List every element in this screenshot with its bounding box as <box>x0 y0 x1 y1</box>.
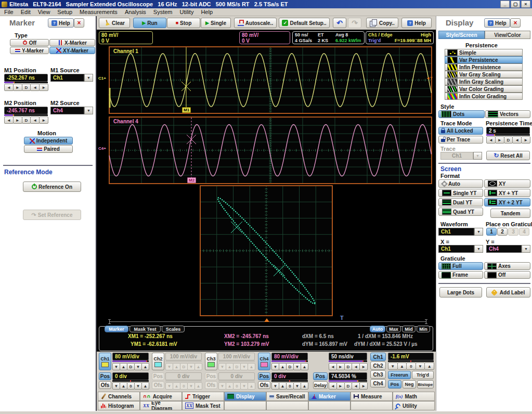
spinner-button[interactable]: ▼ <box>134 363 142 370</box>
ch3-scale-spinner[interactable]: ▼▲D▼▲ <box>218 363 255 370</box>
spinner-button[interactable]: 0 <box>180 382 188 390</box>
format-single-yt-button[interactable]: Single YT <box>438 189 483 197</box>
trigger-freerun-button[interactable]: Freerun <box>388 371 411 379</box>
timeline-position-triangle[interactable] <box>264 318 269 322</box>
tandem-button[interactable]: Tandem <box>490 209 530 218</box>
channel1-graticule[interactable] <box>109 46 432 114</box>
trigger-slope-bislope-button[interactable]: Bislope <box>417 380 434 389</box>
autoscale-button[interactable]: Autoscale.. <box>234 18 277 28</box>
m2-marker-flag[interactable]: M2 <box>187 177 196 183</box>
format-xy-2yt-button[interactable]: XY + 2 YT <box>484 198 530 206</box>
spinner-button[interactable]: ▲ <box>226 363 233 370</box>
spinner-button[interactable]: ▲ <box>248 363 255 370</box>
waveform-dropdown[interactable]: Ch1▼ <box>438 228 483 236</box>
trigger-source-ch1-button[interactable]: Ch1 <box>370 353 386 361</box>
spinner-button[interactable]: ▲ <box>173 363 180 370</box>
ch2-scale-spinner[interactable]: ▼▲D▼▲ <box>165 363 202 370</box>
persistence-infin-color[interactable]: Infin Color Grading <box>445 93 523 100</box>
xy-marker-button[interactable]: XY-Marker <box>49 47 95 54</box>
readout-tab-mask-test[interactable]: Mask Test <box>129 326 161 332</box>
maximize-button[interactable]: ▢ <box>511 1 520 8</box>
ch4-pos-spinner[interactable]: ▼▲0▼▲ <box>271 382 308 390</box>
ch2-ofs-button[interactable]: Ofs <box>152 381 164 389</box>
ch1-scale-display[interactable]: 80 mV/div <box>112 353 149 360</box>
spinner-button[interactable]: ▲ <box>424 363 434 370</box>
c1-ground-tag[interactable]: C1+ <box>98 76 106 81</box>
nav-marker[interactable]: Marker <box>308 392 351 401</box>
trigger-source-ch4-button[interactable]: Ch4 <box>370 379 386 387</box>
ch1-pos-button[interactable]: Pos <box>99 372 111 380</box>
graticule-axes-button[interactable]: Axes <box>484 262 530 270</box>
redo-button[interactable]: ↷ <box>348 18 361 28</box>
spinner-button[interactable]: ▼ <box>271 363 279 370</box>
readout-tab-max[interactable]: Max <box>386 326 401 332</box>
motion-independent-button[interactable]: Independent <box>24 137 73 145</box>
nav-utility[interactable]: Utility <box>393 401 435 410</box>
ch3-button[interactable]: Ch3 <box>205 353 217 370</box>
spinner-button[interactable]: D <box>233 363 241 370</box>
menu-measurements[interactable]: Measurements <box>80 9 118 15</box>
persistence-var-color[interactable]: Var Color Grading <box>445 85 523 93</box>
display-close-button[interactable]: × <box>510 18 521 28</box>
spinner-button[interactable]: 0 <box>406 363 416 370</box>
nav-channels[interactable]: Channels <box>98 392 140 401</box>
format-quad-yt-button[interactable]: Quad YT <box>438 208 483 216</box>
menu-view[interactable]: View <box>38 9 50 15</box>
spinner-button[interactable]: ▼ <box>271 382 279 390</box>
spinner-button[interactable]: ▼ <box>218 382 226 390</box>
spinner-button[interactable]: ▲ <box>173 382 180 390</box>
spinner-button[interactable]: ▼ <box>134 382 142 390</box>
m1-position-spinner[interactable]: ◄►D◄► <box>4 84 48 91</box>
spinner-button[interactable]: ◄ <box>4 84 14 91</box>
ch2-button[interactable]: Ch2 <box>152 353 164 370</box>
nav-display[interactable]: Display <box>224 392 266 401</box>
spinner-button[interactable]: ► <box>336 382 345 390</box>
marker-off-button[interactable]: Off <box>10 39 49 46</box>
spinner-button[interactable]: D <box>344 363 353 370</box>
spinner-button[interactable]: ▼ <box>388 363 398 370</box>
trigger-level-spinner[interactable]: ▼▲0▼▲ <box>388 363 434 370</box>
dropdown-arrow-icon[interactable]: ▼ <box>84 107 93 114</box>
persistence-infin-gray[interactable]: Infin Gray Scaling <box>445 78 523 85</box>
ch2-pos-display[interactable]: 0 div <box>165 372 202 380</box>
nav-measure[interactable]: Measure <box>351 392 393 401</box>
menu-setup[interactable]: Setup <box>57 9 72 15</box>
default-setup-button[interactable]: ✓Default Setup.. <box>279 18 330 28</box>
window-close-button[interactable]: × <box>521 1 530 8</box>
ch2-pos-button[interactable]: Pos <box>152 372 164 380</box>
spinner-button[interactable]: ▲ <box>279 363 287 370</box>
ch1-button[interactable]: Ch1 <box>99 353 111 370</box>
place-1-button[interactable]: 1 <box>486 228 497 236</box>
xy-graticule[interactable] <box>200 185 333 316</box>
ch3-pos-button[interactable]: Pos <box>205 372 217 380</box>
spinner-button[interactable]: ► <box>521 136 530 144</box>
ch1-scale-spinner[interactable]: ▼▲D▼▲ <box>112 363 149 370</box>
spinner-button[interactable]: ▲ <box>226 382 233 390</box>
trigger-slope-neg-button[interactable]: Neg <box>403 380 416 389</box>
trace-dropdown[interactable]: Ch1▼ <box>440 152 482 160</box>
add-label-button[interactable]: Add Label <box>486 287 530 297</box>
spinner-button[interactable]: D <box>180 363 188 370</box>
format-auto-button[interactable]: Auto <box>438 179 483 188</box>
trigger-slope-pos-button[interactable]: Pos <box>388 380 401 389</box>
single-button[interactable]: ▶Single <box>201 18 231 28</box>
spinner-button[interactable]: ▲ <box>248 382 255 390</box>
ch4-ofs-button[interactable]: Ofs <box>258 381 270 389</box>
format-dual-yt-button[interactable]: Dual YT <box>438 198 483 206</box>
format-xy-button[interactable]: XY <box>484 179 530 188</box>
spinner-button[interactable]: ◄ <box>352 382 360 390</box>
readout-tab-marker[interactable]: Marker <box>105 326 128 332</box>
format-xy-yt-button[interactable]: XY + YT <box>484 189 530 197</box>
spinner-button[interactable]: ► <box>39 117 48 124</box>
graticule-full-button[interactable]: Full <box>438 262 483 270</box>
ch3-pos-spinner[interactable]: ▼▲0▼▲ <box>218 382 255 390</box>
place-3-button[interactable]: 3 <box>508 228 518 236</box>
spinner-button[interactable]: ▲ <box>141 363 149 370</box>
spinner-button[interactable]: ◄ <box>4 117 14 124</box>
display-help-button[interactable]: ?Help <box>484 18 510 28</box>
nav-save-recall[interactable]: Save/Recall <box>266 392 308 401</box>
spinner-button[interactable]: ▼ <box>112 363 120 370</box>
spinner-button[interactable]: ◄ <box>486 136 496 144</box>
motion-paired-button[interactable]: Paired <box>24 145 73 153</box>
readout-tab-auto[interactable]: Auto <box>370 326 385 332</box>
